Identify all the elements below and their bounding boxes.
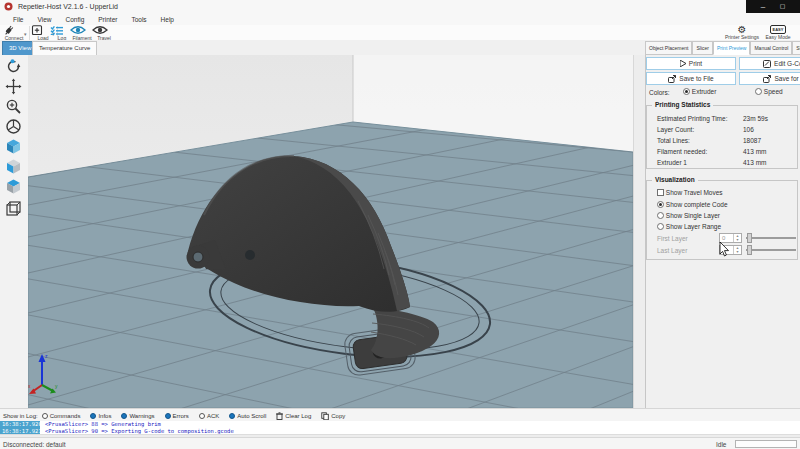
rotate-view-icon[interactable] (5, 58, 22, 75)
stat-value: 413 mm (743, 148, 766, 155)
save-for-sd-label: Save for SD (774, 75, 800, 82)
tab-print-preview[interactable]: Print Preview (713, 41, 750, 55)
printer-state: Idle (716, 441, 726, 448)
speed-label: Speed (764, 88, 783, 95)
stat-label: Extruder 1 (657, 159, 687, 166)
easy-mode-icon: EASY (770, 25, 787, 34)
extruder-radio[interactable] (683, 88, 690, 95)
layer-range-radio[interactable] (657, 223, 664, 230)
connect-dropdown-arrow[interactable]: ▾ (24, 31, 27, 37)
move-view-icon[interactable] (5, 78, 22, 95)
stat-label: Total Lines: (657, 137, 690, 144)
edit-gcode-label: Edit G-Code (774, 60, 800, 67)
colors-label: Colors: (649, 89, 670, 96)
slider-thumb[interactable] (747, 233, 752, 243)
clear-log-label: Clear Log (285, 413, 311, 419)
easy-mode-button[interactable]: EASY Easy Mode (763, 25, 793, 40)
change-viewpoint-icon[interactable] (5, 118, 22, 135)
load-file-icon (31, 25, 43, 35)
log-toggle-ack[interactable]: ACK (199, 413, 219, 419)
show-travel-button[interactable]: Travel (92, 25, 116, 41)
travel-moves-checkbox[interactable] (657, 189, 664, 196)
show-filament-button[interactable]: Filament (70, 25, 94, 41)
play-icon (680, 60, 686, 67)
top-view-icon[interactable] (5, 178, 22, 195)
edit-gcode-button[interactable]: Edit G-Code (739, 57, 800, 70)
color-speed-option[interactable]: Speed (755, 88, 783, 95)
log-toggle-auto-scroll[interactable]: Auto Scroll (229, 413, 266, 419)
zoom-view-icon[interactable] (5, 98, 22, 115)
tab-temperature-curve[interactable]: Temperature Curve (32, 41, 97, 55)
log-timestamp: 16:38:17.920 (0, 421, 40, 428)
mouse-cursor (719, 242, 729, 257)
printer-settings-button[interactable]: ⚙ Printer Settings (723, 25, 761, 40)
speed-radio[interactable] (755, 88, 762, 95)
menu-bar: File View Config Printer Tools Help (0, 13, 800, 25)
log-entry: 16:38:17.920 <PrusaSlicer> 88 => Generat… (0, 421, 800, 428)
show-complete-code-option[interactable]: Show complete Code (657, 201, 728, 208)
tab-sd-card[interactable]: SD Card (792, 41, 800, 55)
menu-tools[interactable]: Tools (124, 16, 153, 23)
complete-code-radio[interactable] (657, 201, 664, 208)
infos-label: Infos (98, 413, 111, 419)
printing-statistics-box: Printing Statistics Estimated Printing T… (646, 105, 798, 169)
minimize-button[interactable]: – (761, 0, 765, 13)
save-for-sd-button[interactable]: Save for SD (739, 72, 800, 85)
log-toggle-warnings[interactable]: Warnings (121, 413, 154, 419)
maximize-button[interactable]: ▢ (780, 0, 786, 13)
tab-object-placement[interactable]: Object Placement (645, 41, 692, 55)
save-to-file-label: Save to File (679, 75, 713, 82)
travel-moves-label: Show Travel Moves (666, 189, 723, 196)
clear-log-button[interactable]: Clear Log (276, 412, 311, 420)
color-extruder-option[interactable]: Extruder (683, 88, 716, 95)
show-single-layer-option[interactable]: Show Single Layer (657, 212, 720, 219)
stat-label: Layer Count: (657, 126, 694, 133)
spinner-arrows-icon[interactable]: ▲▼ (733, 234, 741, 242)
last-layer-slider[interactable] (746, 245, 796, 255)
title-bar: Repetier-Host V2.1.6 - UpperLid – ▢ (0, 0, 800, 14)
visualization-title: Visualization (652, 176, 698, 183)
status-bar: Disconnected: default Idle (0, 437, 800, 449)
toggle-projection-icon[interactable] (5, 200, 22, 217)
isometric-view-icon[interactable] (5, 138, 22, 155)
window-title: Repetier-Host V2.1.6 - UpperLid (18, 3, 118, 10)
first-layer-slider[interactable] (746, 233, 796, 243)
ack-label: ACK (207, 413, 219, 419)
stat-label: Filament needed: (657, 148, 707, 155)
stat-label: Estimated Printing Time: (657, 115, 727, 122)
log-toggle-errors[interactable]: Errors (165, 413, 189, 419)
log-toggle-infos[interactable]: Infos (90, 413, 111, 419)
3d-viewport[interactable]: z x y (28, 55, 633, 408)
print-button[interactable]: Print (646, 57, 736, 70)
copy-icon (321, 412, 329, 420)
commands-toggle-icon (42, 413, 48, 419)
repetier-host-window: Repetier-Host V2.1.6 - UpperLid – ▢ File… (0, 0, 800, 449)
single-layer-radio[interactable] (657, 212, 664, 219)
show-travel-moves-option[interactable]: Show Travel Moves (657, 189, 723, 196)
connect-plug-icon (2, 25, 17, 35)
connect-button[interactable]: Connect (2, 25, 26, 41)
menu-help[interactable]: Help (154, 16, 181, 23)
slider-thumb[interactable] (747, 245, 752, 255)
show-layer-range-option[interactable]: Show Layer Range (657, 223, 721, 230)
stat-value: 18087 (743, 137, 761, 144)
warnings-label: Warnings (129, 413, 154, 419)
main-toolbar: Connect ▾ Load ▾ Log (0, 25, 800, 40)
menu-config[interactable]: Config (58, 16, 91, 23)
tab-slicer[interactable]: Slicer (692, 41, 713, 55)
single-layer-label: Show Single Layer (666, 212, 720, 219)
menu-file[interactable]: File (6, 16, 30, 23)
tab-manual-control[interactable]: Manual Control (750, 41, 792, 55)
auto-scroll-label: Auto Scroll (237, 413, 266, 419)
save-to-file-button[interactable]: Save to File (646, 72, 736, 85)
log-toggle-commands[interactable]: Commands (42, 413, 81, 419)
errors-label: Errors (173, 413, 189, 419)
menu-view[interactable]: View (30, 16, 58, 23)
print-button-label: Print (689, 60, 702, 67)
travel-eye-icon (92, 25, 108, 35)
front-view-icon[interactable] (5, 158, 22, 175)
menu-printer[interactable]: Printer (91, 16, 124, 23)
copy-button[interactable]: Copy (321, 412, 345, 420)
spinner-arrows-icon[interactable]: ▲▼ (733, 246, 741, 254)
printing-statistics-title: Printing Statistics (652, 101, 713, 108)
